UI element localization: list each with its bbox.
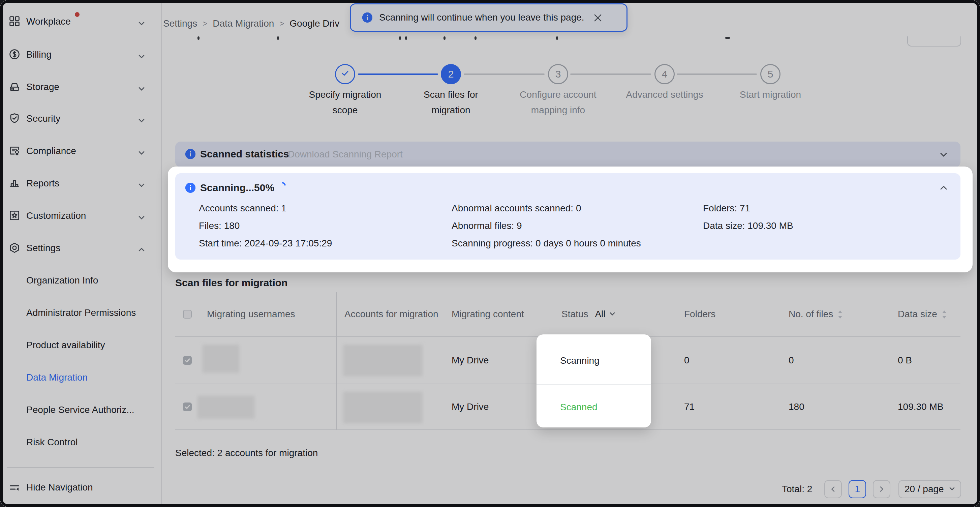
spotlight-status-column: Scanning Scanned: [536, 335, 651, 427]
spotlight-scanning-panel: Scanning...50% Accounts scanned: 1 Abnor…: [168, 167, 973, 273]
stat-files: Files: 180: [199, 219, 240, 233]
admin-console-window: Workplace Billing Storage Security: [0, 0, 980, 507]
stat-start-time: Start time: 2024-09-23 17:05:29: [199, 237, 332, 250]
stat-folders: Folders: 71: [703, 202, 750, 215]
info-icon: [185, 183, 196, 193]
chevron-up-icon[interactable]: [939, 183, 948, 192]
spinner-icon: [277, 181, 288, 191]
stat-abnormal-accounts: Abnormal accounts scanned: 0: [452, 202, 581, 215]
stat-scanning-progress: Scanning progress: 0 days 0 hours 0 minu…: [452, 237, 641, 250]
row-divider: [536, 384, 651, 385]
status-value-scanned: Scanned: [560, 400, 598, 414]
scanning-progress-title: Scanning...50%: [200, 182, 274, 193]
stat-abnormal-files: Abnormal files: 9: [452, 219, 522, 233]
stat-accounts-scanned: Accounts scanned: 1: [199, 202, 286, 215]
stat-data-size: Data size: 109.30 MB: [703, 219, 793, 233]
scanning-progress-panel: Scanning...50% Accounts scanned: 1 Abnor…: [175, 173, 961, 260]
screen: Workplace Billing Storage Security: [0, 0, 980, 507]
status-value-scanning: Scanning: [560, 354, 600, 367]
